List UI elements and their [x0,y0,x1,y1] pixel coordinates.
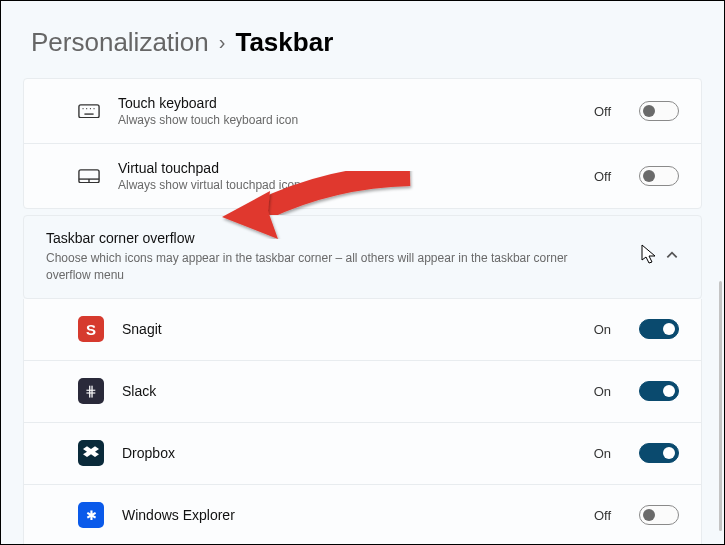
overflow-row-dropbox[interactable]: Dropbox On [24,423,701,485]
app-title: Slack [122,383,576,399]
setting-subtitle: Always show virtual touchpad icon [118,178,576,192]
app-title: Windows Explorer [122,507,576,523]
toggle-state-label: Off [594,169,611,184]
scrollbar[interactable] [719,281,722,531]
snagit-icon [78,316,104,342]
breadcrumb-current: Taskbar [235,27,333,58]
toggle-state-label: Off [594,508,611,523]
toggle-windows-explorer[interactable] [639,505,679,525]
chevron-right-icon: › [219,31,226,54]
setting-subtitle: Always show touch keyboard icon [118,113,576,127]
touchpad-icon [78,165,100,187]
corner-icons-panel: Touch keyboard Always show touch keyboar… [23,78,702,209]
toggle-snagit[interactable] [639,319,679,339]
breadcrumb: Personalization › Taskbar [1,1,724,78]
setting-row-touch-keyboard[interactable]: Touch keyboard Always show touch keyboar… [24,79,701,144]
toggle-state-label: On [594,384,611,399]
slack-icon [78,378,104,404]
overflow-items-panel: Snagit On Slack On Dropbox On Windows Ex… [23,299,702,545]
setting-row-virtual-touchpad[interactable]: Virtual touchpad Always show virtual tou… [24,144,701,208]
toggle-state-label: On [594,446,611,461]
overflow-row-snagit[interactable]: Snagit On [24,299,701,361]
breadcrumb-parent[interactable]: Personalization [31,27,209,58]
toggle-dropbox[interactable] [639,443,679,463]
section-title: Taskbar corner overflow [46,230,647,246]
toggle-state-label: On [594,322,611,337]
app-title: Dropbox [122,445,576,461]
overflow-row-windows-explorer[interactable]: Windows Explorer Off [24,485,701,545]
dropbox-icon [78,440,104,466]
app-title: Snagit [122,321,576,337]
toggle-touch-keyboard[interactable] [639,101,679,121]
svg-rect-0 [79,105,99,118]
bluetooth-icon [78,502,104,528]
section-description: Choose which icons may appear in the tas… [46,250,606,284]
overflow-row-slack[interactable]: Slack On [24,361,701,423]
setting-title: Touch keyboard [118,95,576,111]
overflow-section-header[interactable]: Taskbar corner overflow Choose which ico… [23,215,702,299]
toggle-state-label: Off [594,104,611,119]
toggle-virtual-touchpad[interactable] [639,166,679,186]
chevron-up-icon [665,248,679,266]
setting-title: Virtual touchpad [118,160,576,176]
keyboard-icon [78,100,100,122]
toggle-slack[interactable] [639,381,679,401]
